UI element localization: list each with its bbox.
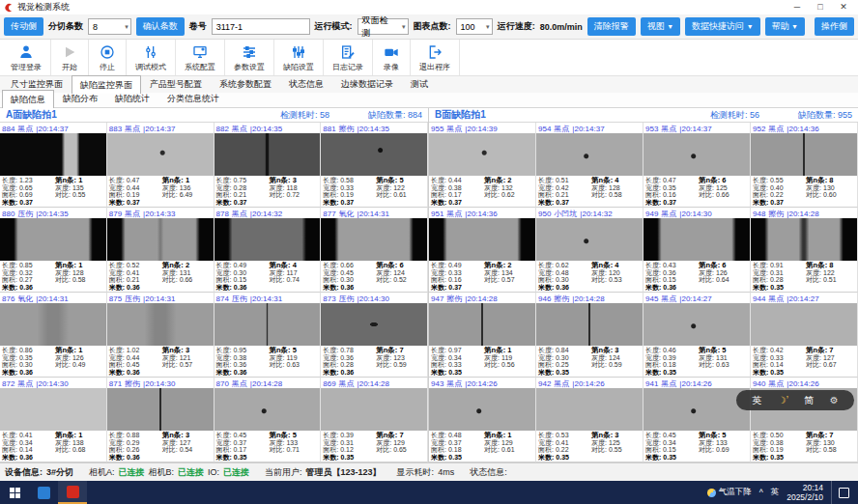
- ime-simplified-mode[interactable]: 简: [804, 394, 814, 407]
- operator-side-button[interactable]: 操作侧: [815, 17, 854, 36]
- defect-image[interactable]: [214, 303, 321, 347]
- defect-image[interactable]: [429, 218, 535, 262]
- action-button[interactable]: 参数设置: [225, 40, 274, 75]
- defect-cell[interactable]: 951黑点|20:14:36 长度: 0.49 宽度: 0.33 面积: 0.1…: [429, 208, 536, 293]
- defect-image[interactable]: [0, 388, 106, 432]
- run-mode-select[interactable]: 双面检测▾: [358, 18, 409, 35]
- defect-cell[interactable]: 950小凹坑|20:14:32 长度: 0.62 宽度: 0.48 面积: 0.…: [536, 208, 644, 293]
- taskbar-app-inspection[interactable]: [58, 481, 87, 504]
- defect-cell[interactable]: 949黑点|20:14:30 长度: 0.43 宽度: 0.36 面积: 0.1…: [644, 208, 751, 293]
- defect-image[interactable]: [429, 133, 535, 177]
- action-button[interactable]: 停止: [89, 40, 127, 75]
- action-button[interactable]: 录像: [373, 40, 411, 75]
- defect-cell[interactable]: 947擦伤|20:14:28 长度: 0.97 宽度: 0.34 面积: 0.3…: [429, 293, 536, 378]
- ime-toolbar[interactable]: 英 ☽’ 简 ⚙: [736, 390, 854, 410]
- slit-count-select[interactable]: 8▾: [88, 18, 131, 35]
- defect-cell[interactable]: 953黑点|20:14:37 长度: 0.47 宽度: 0.35 面积: 0.1…: [644, 123, 751, 208]
- defect-image[interactable]: [0, 218, 106, 262]
- defect-cell[interactable]: 875压伤|20:14:31 长度: 1.02 宽度: 0.44 面积: 0.4…: [107, 293, 214, 378]
- start-button[interactable]: [0, 481, 29, 504]
- defect-image[interactable]: [751, 303, 857, 347]
- defect-cell[interactable]: 942黑点|20:14:26 长度: 0.53 宽度: 0.41 面积: 0.2…: [536, 378, 644, 462]
- defect-cell[interactable]: 941黑点|20:14:26 长度: 0.45 宽度: 0.34 面积: 0.1…: [644, 378, 751, 462]
- action-button[interactable]: 系统配置: [176, 40, 225, 75]
- tray-language-indicator[interactable]: 英: [771, 487, 780, 498]
- defect-cell[interactable]: 954黑点|20:14:37 长度: 0.51 宽度: 0.42 面积: 0.2…: [536, 123, 644, 208]
- data-shortcut-menu-button[interactable]: 数据快捷访问 ▼: [685, 17, 759, 36]
- defect-cell[interactable]: 882黑点|20:14:35 长度: 0.75 宽度: 0.28 面积: 0.2…: [214, 123, 322, 208]
- taskbar-app-blue[interactable]: [29, 481, 58, 504]
- defect-image[interactable]: [214, 388, 321, 432]
- defect-image[interactable]: [321, 388, 427, 432]
- tray-expand-icon[interactable]: ^: [759, 488, 763, 497]
- defect-image[interactable]: [751, 133, 857, 177]
- tab-sub-0[interactable]: 缺陷信息: [2, 90, 54, 108]
- maximize-icon[interactable]: □: [810, 1, 831, 14]
- defect-cell[interactable]: 873压伤|20:14:30 长度: 0.78 宽度: 0.36 面积: 0.2…: [321, 293, 428, 378]
- defect-image[interactable]: [644, 388, 750, 432]
- defect-image[interactable]: [536, 133, 643, 177]
- action-button[interactable]: 退出程序: [411, 40, 460, 75]
- clear-alarm-button[interactable]: 清除报警: [587, 17, 636, 36]
- defect-cell[interactable]: 884黑点|20:14:37 长度: 1.23 宽度: 0.65 面积: 0.6…: [0, 123, 107, 208]
- defect-cell[interactable]: 881擦伤|20:14:35 长度: 0.58 宽度: 0.33 面积: 0.1…: [321, 123, 428, 208]
- tab-main-6[interactable]: 测试: [402, 75, 437, 93]
- tab-main-4[interactable]: 状态信息: [280, 75, 332, 93]
- defect-image[interactable]: [644, 133, 750, 177]
- defect-image[interactable]: [321, 133, 427, 177]
- view-menu-button[interactable]: 视图 ▼: [641, 17, 680, 36]
- defect-image[interactable]: [107, 218, 214, 262]
- defect-image[interactable]: [107, 303, 214, 347]
- tab-main-1[interactable]: 缺陷监控界面: [72, 75, 141, 94]
- defect-image[interactable]: [536, 303, 643, 347]
- defect-image[interactable]: [0, 133, 106, 177]
- defect-cell[interactable]: 871擦伤|20:14:30 长度: 0.88 宽度: 0.29 面积: 0.2…: [107, 378, 214, 462]
- defect-image[interactable]: [429, 388, 535, 432]
- action-button[interactable]: 日志记录: [324, 40, 373, 75]
- defect-cell[interactable]: 869黑点|20:14:28 长度: 0.39 宽度: 0.31 面积: 0.1…: [321, 378, 428, 462]
- defect-cell[interactable]: 952黑点|20:14:36 长度: 0.55 宽度: 0.40 面积: 0.2…: [751, 123, 858, 208]
- defect-image[interactable]: [321, 218, 427, 262]
- defect-cell[interactable]: 870黑点|20:14:28 长度: 0.45 宽度: 0.37 面积: 0.1…: [214, 378, 322, 462]
- minimize-icon[interactable]: ─: [786, 1, 808, 14]
- confirm-count-button[interactable]: 确认条数: [136, 17, 185, 36]
- defect-image[interactable]: [0, 303, 106, 347]
- drive-side-button[interactable]: 传动侧: [4, 17, 43, 36]
- defect-image[interactable]: [536, 388, 643, 432]
- defect-cell[interactable]: 955黑点|20:14:39 长度: 0.44 宽度: 0.38 面积: 0.1…: [429, 123, 536, 208]
- ime-english-mode[interactable]: 英: [752, 394, 761, 407]
- tab-sub-3[interactable]: 分类信息统计: [158, 90, 228, 107]
- defect-cell[interactable]: 948擦伤|20:14:28 长度: 0.91 宽度: 0.31 面积: 0.2…: [751, 208, 858, 293]
- defect-cell[interactable]: 876氧化|20:14:31 长度: 0.86 宽度: 0.35 面积: 0.3…: [0, 293, 107, 378]
- defect-cell[interactable]: 944黑点|20:14:27 长度: 0.42 宽度: 0.33 面积: 0.1…: [751, 293, 858, 378]
- help-menu-button[interactable]: 帮助 ▼: [765, 17, 805, 36]
- defect-image[interactable]: [107, 133, 214, 177]
- defect-image[interactable]: [214, 218, 321, 262]
- defect-image[interactable]: [536, 218, 643, 262]
- defect-image[interactable]: [429, 303, 535, 347]
- defect-cell[interactable]: 880压伤|20:14:35 长度: 0.85 宽度: 0.32 面积: 0.2…: [0, 208, 107, 293]
- defect-cell[interactable]: 877氧化|20:14:31 长度: 0.66 宽度: 0.45 面积: 0.3…: [321, 208, 428, 293]
- defect-cell[interactable]: 874压伤|20:14:31 长度: 0.95 宽度: 0.38 面积: 0.3…: [214, 293, 322, 378]
- weather-tray-item[interactable]: 气温下降: [707, 487, 752, 498]
- defect-cell[interactable]: 878黑点|20:14:32 长度: 0.49 宽度: 0.30 面积: 0.1…: [214, 208, 322, 293]
- tab-main-5[interactable]: 边缘数据记录: [332, 75, 402, 93]
- defect-image[interactable]: [644, 303, 750, 347]
- action-button[interactable]: 开始: [51, 40, 89, 75]
- defect-cell[interactable]: 943黑点|20:14:26 长度: 0.48 宽度: 0.37 面积: 0.1…: [429, 378, 536, 462]
- action-button[interactable]: 缺陷设置: [274, 40, 324, 75]
- defect-image[interactable]: [751, 218, 857, 262]
- roll-number-input[interactable]: 3117-1: [212, 18, 310, 35]
- defect-cell[interactable]: 946擦伤|20:14:28 长度: 0.84 宽度: 0.30 面积: 0.2…: [536, 293, 644, 378]
- defect-image[interactable]: [644, 218, 750, 262]
- defect-image[interactable]: [321, 303, 427, 347]
- action-button[interactable]: 管理登录: [2, 40, 51, 75]
- chart-points-select[interactable]: 100▾: [456, 18, 493, 35]
- defect-image[interactable]: [214, 133, 321, 177]
- gear-icon[interactable]: ⚙: [830, 395, 839, 406]
- action-button[interactable]: 调试模式: [127, 40, 176, 75]
- defect-cell[interactable]: 945黑点|20:14:27 长度: 0.46 宽度: 0.39 面积: 0.1…: [644, 293, 751, 378]
- defect-image[interactable]: [107, 388, 214, 432]
- defect-cell[interactable]: 879黑点|20:14:33 长度: 0.52 宽度: 0.41 面积: 0.2…: [107, 208, 214, 293]
- moon-icon[interactable]: ☽’: [778, 395, 788, 406]
